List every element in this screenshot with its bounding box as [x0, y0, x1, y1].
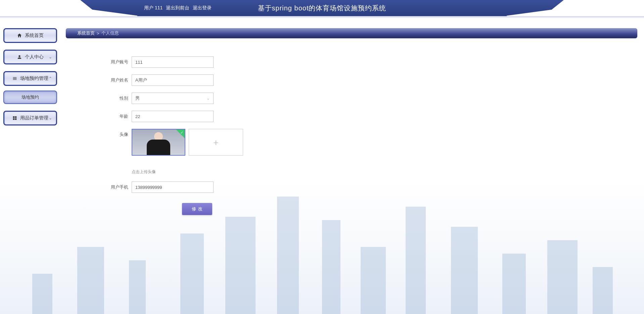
chevron-up-icon: ⌃	[49, 76, 52, 81]
breadcrumb-current: 个人信息	[101, 30, 119, 36]
header: 用户 111 退出到前台 退出登录 基于spring boot的体育场馆设施预约…	[0, 0, 644, 18]
header-back-link[interactable]: 退出到前台	[166, 5, 189, 11]
avatar-upload-button[interactable]: ＋	[189, 129, 243, 156]
plus-icon: ＋	[212, 137, 220, 148]
gender-value: 男	[135, 95, 140, 101]
check-icon: ✓	[180, 130, 183, 135]
header-logout-link[interactable]: 退出登录	[193, 5, 212, 11]
sidebar-item-label: 场地预约管理	[20, 75, 48, 82]
main-content: 系统首页 > 个人信息 用户账号 用户姓名 性别 男 ⌄ 年龄	[60, 18, 644, 314]
account-input[interactable]	[132, 56, 214, 68]
header-stripe	[0, 16, 644, 18]
profile-form: 用户账号 用户姓名 性别 男 ⌄ 年龄 头像	[95, 56, 637, 215]
person-icon	[17, 54, 22, 60]
label-age: 年龄	[95, 111, 132, 119]
label-gender: 性别	[95, 93, 132, 101]
sidebar-item-home[interactable]: 系统首页	[3, 28, 57, 43]
sidebar-item-personal[interactable]: 个人中心 ⌄	[3, 50, 57, 64]
label-avatar: 头像	[95, 129, 132, 138]
chevron-down-icon: ⌄	[49, 55, 52, 59]
name-input[interactable]	[132, 74, 214, 86]
home-icon	[17, 33, 22, 38]
submit-button[interactable]: 修改	[182, 203, 212, 215]
breadcrumb: 系统首页 > 个人信息	[66, 28, 637, 38]
label-name: 用户姓名	[95, 74, 132, 83]
breadcrumb-home[interactable]: 系统首页	[77, 30, 95, 36]
chevron-down-icon: ⌄	[206, 96, 210, 101]
sidebar: 系统首页 个人中心 ⌄ 场地预约管理 ⌃ 场地预约 用品订单管理 ⌄	[0, 18, 60, 314]
avatar-thumbnail[interactable]: ✓	[132, 129, 185, 156]
chevron-down-icon: ⌄	[49, 116, 52, 120]
header-wing-left	[80, 0, 141, 16]
sidebar-subitem-venue-booking[interactable]: 场地预约	[3, 91, 57, 104]
age-input[interactable]	[132, 111, 214, 122]
label-phone: 用户手机	[95, 181, 132, 190]
header-user-block: 用户 111 退出到前台 退出登录	[144, 0, 215, 16]
sidebar-item-label: 用品订单管理	[20, 115, 48, 121]
sidebar-item-venue-mgmt[interactable]: 场地预约管理 ⌃	[3, 71, 57, 86]
sidebar-item-label: 场地预约	[21, 94, 39, 100]
grid-icon	[12, 115, 17, 121]
list-icon	[12, 76, 17, 81]
sidebar-item-label: 系统首页	[25, 33, 44, 39]
header-banner: 用户 111 退出到前台 退出登录 基于spring boot的体育场馆设施预约…	[137, 0, 507, 16]
avatar-hint: 点击上传头像	[132, 169, 243, 175]
phone-input[interactable]	[132, 181, 214, 193]
gender-select[interactable]: 男 ⌄	[132, 93, 214, 104]
breadcrumb-sep: >	[97, 31, 99, 36]
label-account: 用户账号	[95, 56, 132, 65]
sidebar-item-order-mgmt[interactable]: 用品订单管理 ⌄	[3, 111, 57, 125]
header-wing-right	[503, 0, 564, 16]
sidebar-item-label: 个人中心	[25, 54, 44, 60]
header-user: 用户 111	[144, 5, 163, 11]
